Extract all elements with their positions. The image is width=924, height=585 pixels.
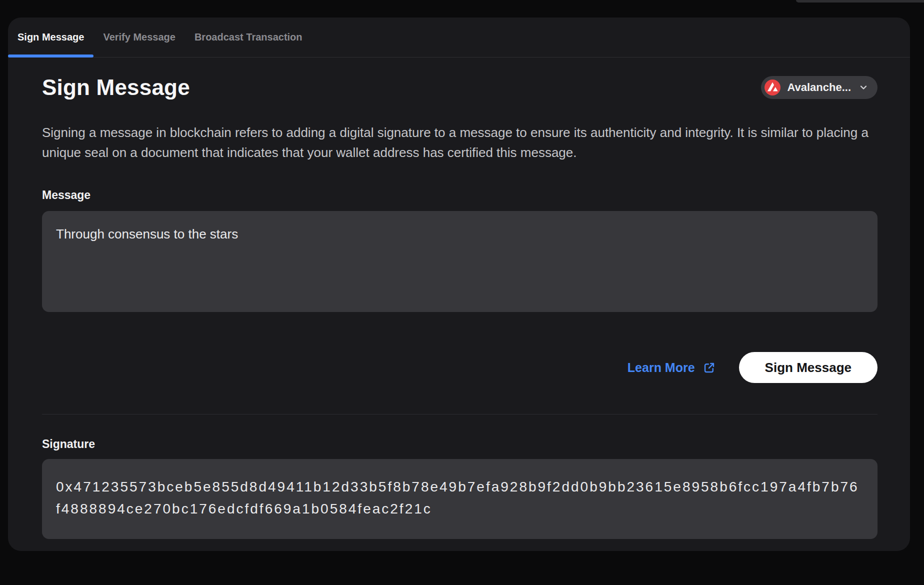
panel-content: Sign Message Avalanche... Signing a (8, 58, 910, 539)
chevron-down-icon (858, 82, 868, 92)
message-input[interactable]: Through consensus to the stars (42, 211, 878, 312)
tab-label: Sign Message (18, 32, 84, 43)
learn-more-link[interactable]: Learn More (628, 360, 716, 375)
network-selector-dropdown[interactable]: Avalanche... (761, 76, 878, 99)
top-right-overlay-fragment (796, 0, 924, 2)
sign-message-panel: Sign Message Verify Message Broadcast Tr… (8, 18, 910, 551)
sign-message-button[interactable]: Sign Message (739, 352, 878, 383)
tab-verify-message[interactable]: Verify Message (94, 18, 185, 57)
section-divider (42, 414, 878, 414)
tab-label: Broadcast Transaction (194, 32, 302, 43)
message-field-label: Message (42, 188, 878, 202)
learn-more-label: Learn More (628, 360, 695, 375)
tab-broadcast-transaction[interactable]: Broadcast Transaction (185, 18, 312, 57)
page-title: Sign Message (42, 74, 190, 100)
tab-label: Verify Message (103, 32, 176, 43)
external-link-icon (702, 361, 716, 374)
tab-bar: Sign Message Verify Message Broadcast Tr… (8, 18, 910, 58)
tab-sign-message[interactable]: Sign Message (8, 18, 94, 57)
signature-field-label: Signature (42, 438, 878, 451)
avalanche-logo-icon (764, 80, 780, 96)
page-description: Signing a message in blockchain refers t… (42, 122, 878, 162)
network-selector-label: Avalanche... (787, 81, 851, 94)
signature-output[interactable]: 0x471235573bceb5e855d8d49411b12d33b5f8b7… (42, 459, 878, 539)
